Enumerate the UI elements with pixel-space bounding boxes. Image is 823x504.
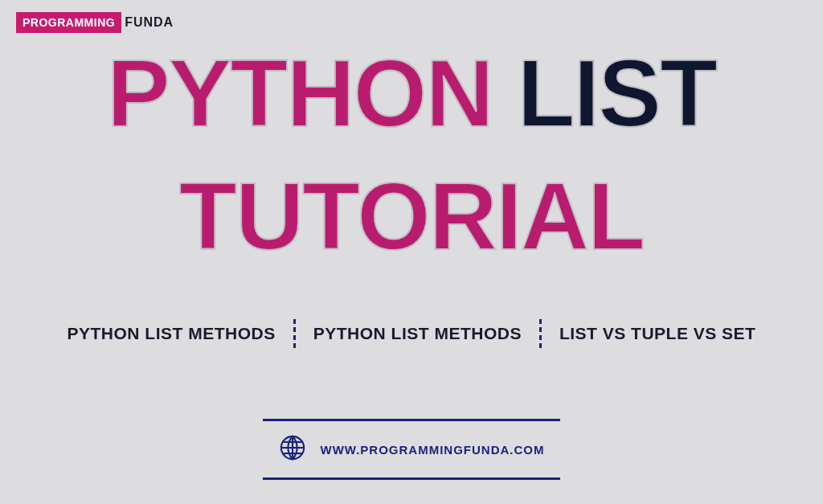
- logo: PROGRAMMING FUNDA: [16, 12, 174, 33]
- globe-icon: [279, 434, 306, 465]
- topics-row: PYTHON LIST METHODS PYTHON LIST METHODS …: [0, 319, 823, 348]
- footer: WWW.PROGRAMMINGFUNDA.COM: [263, 419, 560, 480]
- title-line-1: PYTHON LIST: [0, 32, 823, 155]
- topic-item: LIST VS TUPLE VS SET: [542, 324, 774, 343]
- title-line-2: TUTORIAL: [0, 155, 823, 278]
- topic-item: PYTHON LIST METHODS: [50, 324, 293, 343]
- topic-item: PYTHON LIST METHODS: [296, 324, 539, 343]
- title-word-python: PYTHON: [107, 40, 493, 146]
- logo-box: PROGRAMMING: [16, 12, 121, 33]
- title-word-tutorial: TUTORIAL: [179, 163, 644, 269]
- title-word-list: LIST: [517, 40, 716, 146]
- footer-url: WWW.PROGRAMMINGFUNDA.COM: [321, 443, 545, 457]
- logo-suffix: FUNDA: [125, 15, 174, 30]
- title-container: PYTHON LIST TUTORIAL: [0, 0, 823, 279]
